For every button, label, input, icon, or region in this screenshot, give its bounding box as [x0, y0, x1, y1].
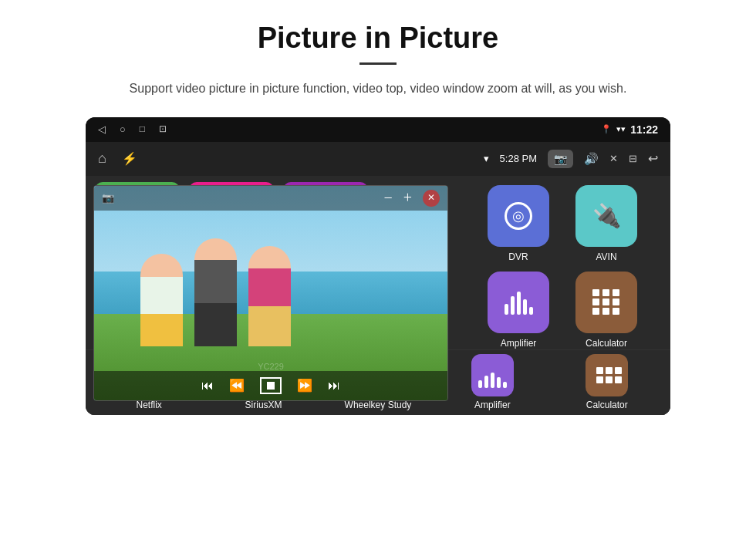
app-calculator[interactable]: Calculator — [568, 272, 645, 349]
pip-camera-icon: 📷 — [102, 192, 114, 204]
app-row-2: Amplifier — [467, 272, 658, 349]
amp-bar-1 — [505, 304, 508, 315]
wifi-signal-icon: ▾ — [484, 153, 489, 164]
calculator-icon-bg[interactable] — [575, 272, 637, 333]
pip-playback-controls[interactable]: ⏮ ⏪ ⏹ ⏩ ⏭ — [94, 371, 447, 400]
wifi-icon: ▾▾ — [616, 124, 626, 134]
status-bar-left: ◁ ○ □ ⊡ — [98, 123, 167, 136]
calc-grid-bottom — [596, 367, 618, 383]
avin-label: AVIN — [596, 251, 616, 262]
calculator-keys — [592, 289, 620, 315]
recent-icon[interactable]: □ — [140, 123, 145, 135]
amplifier-label: Amplifier — [501, 338, 537, 349]
amp-bars-bottom — [478, 363, 507, 388]
screenshot-icon[interactable]: ⊡ — [159, 123, 167, 135]
page-subtitle: Support video picture in picture functio… — [130, 79, 627, 99]
amp-bar-5 — [529, 307, 533, 315]
device-frame: ◁ ○ □ ⊡ 📍 ▾▾ 11:22 ⌂ ⚡ ▾ 5:28 PM 📷 🔊 — [86, 117, 670, 415]
video-content: 📷 − + ✕ ⏮ ⏪ ⏹ ⏩ — [94, 186, 447, 400]
calc-b-key-5 — [606, 376, 613, 383]
calc-key-3 — [613, 289, 619, 296]
stop-icon[interactable]: ⏹ — [260, 377, 282, 394]
page-title: Picture in Picture — [258, 22, 499, 55]
calc-b-key-2 — [606, 367, 613, 374]
dvr-circle: ◎ — [505, 202, 532, 230]
calculator-label: Calculator — [586, 338, 627, 349]
title-divider — [359, 62, 397, 65]
calc-key-5 — [602, 299, 609, 305]
forward-icon[interactable]: ⏩ — [297, 378, 312, 393]
avin-icon-bg[interactable]: 🔌 — [575, 185, 637, 247]
camera-button[interactable]: 📷 — [548, 150, 573, 168]
dvr-wifi-symbol: ◎ — [512, 207, 525, 224]
amp-bar-b5 — [503, 382, 507, 388]
toolbar-time: 5:28 PM — [500, 153, 537, 164]
calc-key-8 — [602, 308, 609, 315]
person-1 — [140, 254, 183, 346]
app-row-1: ◎ DVR 🔌 AVIN — [467, 185, 658, 262]
dvr-label: DVR — [508, 251, 528, 262]
calculator-bottom-icon[interactable] — [586, 354, 628, 396]
amplifier-bottom-icon[interactable] — [471, 354, 514, 396]
calc-key-7 — [592, 308, 599, 315]
amp-bar-4 — [523, 299, 527, 315]
pip-shrink-icon[interactable]: − — [383, 189, 392, 207]
dvr-icon-bg[interactable]: ◎ — [488, 185, 549, 247]
netflix-label: Netflix — [137, 400, 162, 410]
back-icon[interactable]: ◁ — [98, 123, 106, 136]
status-bar-right: 📍 ▾▾ 11:22 — [601, 123, 658, 136]
back-nav-icon[interactable]: ↩ — [648, 151, 658, 166]
calc-b-key-4 — [596, 376, 603, 383]
skip-back-icon[interactable]: ⏮ — [201, 379, 214, 393]
calculator-bottom-label: Calculator — [586, 400, 628, 410]
person-3 — [248, 246, 291, 346]
pip-video-window[interactable]: 📷 − + ✕ ⏮ ⏪ ⏹ ⏩ — [93, 185, 448, 401]
rewind-icon[interactable]: ⏪ — [229, 378, 245, 393]
calc-b-key-1 — [596, 367, 603, 374]
toolbar-left: ⌂ ⚡ — [98, 150, 137, 167]
amp-bar-b2 — [484, 376, 488, 388]
volume-icon[interactable]: 🔊 — [584, 152, 599, 166]
avin-plug-symbol: 🔌 — [592, 202, 621, 229]
pip-left-area: 📷 − + ✕ ⏮ ⏪ ⏹ ⏩ — [86, 176, 454, 415]
dvr-icon-inner: ◎ — [505, 202, 532, 230]
home-circle-icon[interactable]: ○ — [120, 123, 126, 136]
amp-bar-b1 — [478, 380, 482, 388]
wheelkey-label: Wheelkey Study — [345, 400, 412, 410]
calc-key-1 — [592, 289, 599, 296]
bottom-app-calculator[interactable]: Calculator — [561, 354, 653, 410]
video-people — [140, 238, 291, 346]
app-avin[interactable]: 🔌 AVIN — [568, 185, 645, 262]
usb-icon: ⚡ — [122, 151, 137, 166]
close-icon[interactable]: ✕ — [609, 153, 618, 164]
person-2 — [194, 238, 237, 346]
location-icon: 📍 — [601, 124, 612, 134]
avin-icon-inner: 🔌 — [592, 202, 621, 229]
amp-bar-3 — [517, 292, 521, 315]
pip-close-icon[interactable]: ✕ — [423, 190, 440, 207]
amp-bar-b3 — [491, 373, 494, 388]
amplifier-bottom-label: Amplifier — [474, 400, 511, 410]
app-toolbar: ⌂ ⚡ ▾ 5:28 PM 📷 🔊 ✕ ⊟ ↩ — [86, 142, 670, 176]
amp-bar-b4 — [497, 377, 501, 388]
toolbar-right: ▾ 5:28 PM 📷 🔊 ✕ ⊟ ↩ — [484, 150, 658, 168]
bottom-app-amplifier[interactable]: Amplifier — [446, 354, 538, 410]
pip-expand-icon[interactable]: + — [403, 189, 412, 207]
watermark: YC229 — [258, 362, 284, 371]
pip-icon[interactable]: ⊟ — [629, 153, 637, 164]
home-button[interactable]: ⌂ — [98, 150, 106, 167]
app-amplifier[interactable]: Amplifier — [480, 272, 557, 349]
amplifier-icon-bg[interactable] — [488, 272, 549, 333]
calc-key-6 — [613, 299, 619, 305]
status-bar: ◁ ○ □ ⊡ 📍 ▾▾ 11:22 — [86, 117, 670, 142]
pip-overlay-bar: 📷 − + ✕ — [94, 186, 447, 211]
siriusxm-label: SiriusXM — [245, 400, 282, 410]
app-dvr[interactable]: ◎ DVR — [480, 185, 557, 262]
status-time: 11:22 — [630, 123, 658, 136]
calc-b-key-6 — [615, 376, 622, 383]
pip-resize-controls[interactable]: − + ✕ — [383, 189, 440, 207]
calc-key-9 — [613, 308, 619, 315]
calc-key-4 — [592, 299, 599, 305]
skip-fwd-icon[interactable]: ⏭ — [328, 379, 340, 393]
calc-b-key-3 — [615, 367, 622, 374]
